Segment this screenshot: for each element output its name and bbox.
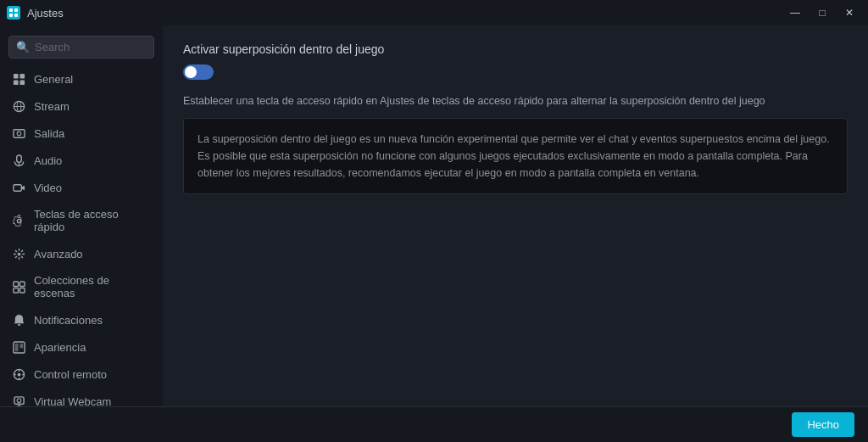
sidebar-item-webcam-label: Virtual Webcam (34, 395, 111, 407)
sidebar-item-hotkeys-label: Teclas de acceso rápido (34, 208, 151, 233)
sidebar-item-salida[interactable]: Salida (0, 120, 163, 147)
search-icon: 🔍 (16, 41, 30, 53)
video-icon (12, 181, 25, 194)
titlebar-left: Ajustes (7, 6, 64, 20)
svg-rect-2 (14, 8, 18, 12)
svg-rect-20 (13, 288, 18, 293)
svg-point-17 (17, 252, 20, 255)
shortcut-info: Establecer una tecla de acceso rápido en… (183, 93, 848, 109)
sidebar-item-salida-label: Salida (34, 127, 64, 140)
svg-rect-21 (19, 288, 25, 293)
sidebar-item-appearance-label: Apariencia (34, 341, 86, 354)
sidebar: 🔍 General Stream Salida (0, 25, 163, 406)
globe-icon (12, 99, 25, 113)
titlebar: Ajustes — □ ✕ (0, 0, 868, 25)
description-text: La superposición dentro del juego es un … (198, 133, 830, 179)
svg-rect-1 (9, 8, 13, 12)
sidebar-item-appearance[interactable]: Apariencia (0, 333, 163, 361)
svg-rect-16 (13, 184, 20, 191)
svg-point-28 (17, 398, 21, 402)
sidebar-item-hotkeys[interactable]: Teclas de acceso rápido (0, 201, 163, 240)
search-box: 🔍 (8, 36, 154, 59)
svg-rect-12 (13, 129, 24, 137)
svg-rect-23 (14, 343, 18, 350)
overlay-toggle[interactable] (183, 64, 214, 80)
scenes-icon (12, 280, 25, 294)
svg-rect-14 (16, 154, 21, 161)
sidebar-item-notifications-label: Notificaciones (34, 314, 103, 327)
done-button[interactable]: Hecho (792, 412, 854, 437)
svg-rect-24 (19, 343, 23, 348)
gear-icon (12, 214, 25, 227)
webcam-icon (12, 394, 25, 406)
output-icon (12, 126, 25, 140)
sidebar-item-video[interactable]: Video (0, 174, 163, 201)
sidebar-item-stream[interactable]: Stream (0, 92, 163, 120)
sidebar-item-remote[interactable]: Control remoto (0, 361, 163, 388)
sidebar-item-general[interactable]: General (0, 65, 163, 92)
toggle-container (183, 64, 848, 80)
sidebar-item-remote-label: Control remoto (34, 368, 107, 381)
search-input[interactable] (35, 41, 147, 53)
app-title: Ajustes (27, 7, 64, 20)
sidebar-item-notifications[interactable]: Notificaciones (0, 306, 163, 333)
svg-rect-8 (19, 80, 25, 85)
sidebar-item-video-label: Video (34, 182, 62, 194)
appearance-icon (12, 340, 25, 354)
svg-rect-18 (13, 281, 18, 286)
sidebar-item-advanced[interactable]: Avanzado (0, 240, 163, 267)
svg-rect-19 (19, 281, 25, 286)
sidebar-item-audio-label: Audio (34, 154, 62, 167)
content-area: Activar superposición dentro del juego E… (163, 25, 868, 406)
sidebar-item-scenes[interactable]: Colecciones de escenas (0, 267, 163, 306)
toggle-slider (183, 64, 214, 80)
app-icon (7, 6, 20, 20)
sidebar-item-audio[interactable]: Audio (0, 147, 163, 174)
audio-icon (12, 154, 25, 167)
svg-rect-0 (7, 6, 20, 20)
advanced-icon (12, 247, 25, 260)
grid-icon (12, 72, 25, 86)
svg-point-26 (17, 372, 20, 376)
sidebar-item-webcam[interactable]: Virtual Webcam (0, 388, 163, 406)
maximize-button[interactable]: □ (810, 4, 834, 21)
svg-rect-4 (14, 14, 18, 17)
sidebar-item-advanced-label: Avanzado (34, 248, 83, 260)
footer: Hecho (0, 406, 868, 442)
remote-icon (12, 367, 25, 381)
search-container: 🔍 (0, 32, 163, 65)
titlebar-controls: — □ ✕ (783, 4, 861, 21)
description-box: La superposición dentro del juego es un … (183, 118, 848, 194)
svg-rect-5 (13, 73, 18, 78)
sidebar-item-stream-label: Stream (34, 100, 70, 113)
svg-rect-3 (9, 14, 13, 17)
svg-rect-7 (13, 80, 18, 85)
close-button[interactable]: ✕ (837, 4, 861, 21)
svg-rect-6 (19, 73, 25, 78)
sidebar-item-general-label: General (34, 73, 73, 86)
toggle-label: Activar superposición dentro del juego (183, 42, 848, 56)
bell-icon (12, 313, 25, 327)
overlay-section: Activar superposición dentro del juego E… (183, 42, 848, 194)
svg-rect-27 (14, 396, 23, 403)
svg-point-13 (17, 131, 21, 136)
sidebar-item-scenes-label: Colecciones de escenas (34, 274, 151, 299)
main-layout: 🔍 General Stream Salida (0, 25, 868, 406)
minimize-button[interactable]: — (783, 4, 807, 21)
